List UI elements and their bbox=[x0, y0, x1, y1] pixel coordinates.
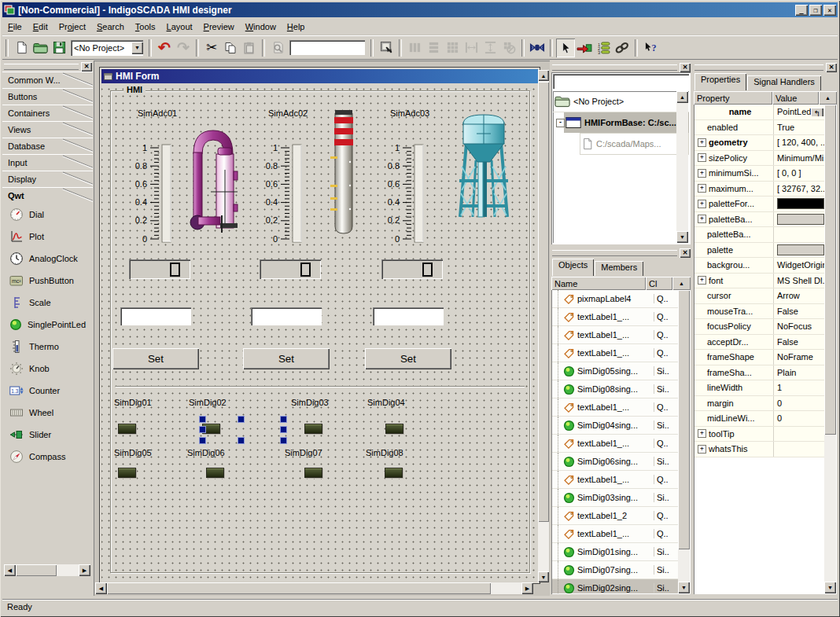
break-layout-button[interactable] bbox=[499, 39, 518, 57]
widget-item-plot[interactable]: Plot bbox=[2, 226, 93, 248]
scale-widget[interactable]: 10.80.60.40.20 bbox=[130, 143, 174, 247]
cut-button[interactable]: ✂ bbox=[202, 39, 221, 57]
property-row-palette[interactable]: palette bbox=[694, 243, 824, 259]
widget-item-counter[interactable]: 1.3Counter bbox=[2, 380, 93, 402]
property-row-sizepolicy[interactable]: +sizePolicyMinimum/Mi... bbox=[694, 151, 824, 167]
column-name[interactable]: Name bbox=[551, 277, 646, 290]
scroll-right-icon[interactable]: ▶ bbox=[521, 582, 533, 594]
scroll-thumb[interactable] bbox=[538, 82, 549, 522]
tab-order-button[interactable]: 123 bbox=[594, 39, 613, 57]
category-containers[interactable]: Containers bbox=[2, 105, 93, 121]
value-input[interactable] bbox=[373, 307, 444, 325]
selection-handle[interactable] bbox=[280, 437, 287, 444]
category-common-w---[interactable]: Common W... bbox=[2, 72, 93, 88]
scroll-up-icon[interactable]: ▲ bbox=[676, 91, 688, 103]
scroll-right-icon[interactable]: ▶ bbox=[79, 564, 90, 576]
properties-vscrollbar[interactable]: ▼ bbox=[824, 105, 836, 593]
menu-layout[interactable]: Layout bbox=[161, 20, 198, 34]
connect-signals-button[interactable] bbox=[575, 39, 594, 57]
expand-icon[interactable]: + bbox=[698, 429, 706, 438]
value-input[interactable] bbox=[251, 307, 322, 325]
selection-handle[interactable] bbox=[199, 437, 206, 444]
category-qwt-active[interactable]: Qwt bbox=[2, 187, 93, 204]
led-simdig08[interactable] bbox=[385, 468, 403, 478]
save-button[interactable] bbox=[50, 39, 68, 57]
widget-item-pushbutton[interactable]: mc²PushButton bbox=[2, 270, 93, 292]
property-row-mousetra[interactable]: mouseTra...False bbox=[694, 304, 824, 320]
property-row-geometry[interactable]: +geometry[ 120, 400, ... bbox=[694, 135, 824, 151]
menu-tools[interactable]: Tools bbox=[130, 20, 161, 34]
whats-this-button[interactable]: ? bbox=[641, 39, 660, 57]
led-simdig07[interactable] bbox=[304, 468, 322, 478]
object-row-simdig07sing[interactable]: SimDig07sing...Si.. bbox=[552, 561, 678, 579]
color-swatch[interactable] bbox=[777, 214, 824, 225]
dock-grip[interactable] bbox=[694, 64, 823, 71]
color-swatch[interactable] bbox=[777, 244, 824, 255]
scroll-up-icon[interactable]: ▲ bbox=[538, 70, 549, 81]
tab-members[interactable]: Members bbox=[595, 261, 643, 276]
property-row-midlinewi[interactable]: midLineWi...0 bbox=[694, 411, 824, 427]
property-row-frameshape[interactable]: frameShapeNoFrame bbox=[694, 350, 824, 365]
restore-button[interactable]: ❐ bbox=[809, 5, 822, 16]
column-class[interactable]: Cl bbox=[646, 277, 672, 290]
scroll-down-icon[interactable]: ▼ bbox=[824, 582, 836, 593]
widget-item-wheel[interactable]: Wheel bbox=[2, 402, 93, 424]
widget-item-dial[interactable]: Dial bbox=[2, 204, 93, 226]
selection-handle[interactable] bbox=[238, 416, 245, 423]
led-simdig03[interactable] bbox=[304, 424, 322, 434]
category-input[interactable]: Input bbox=[2, 154, 93, 171]
scroll-thumb[interactable] bbox=[16, 564, 57, 576]
object-row-textlabel1[interactable]: textLabel1_...Q.. bbox=[552, 344, 678, 362]
wizard-button[interactable] bbox=[528, 39, 547, 57]
pointer-tool-button[interactable] bbox=[556, 39, 575, 57]
scroll-thumb[interactable] bbox=[678, 290, 690, 549]
set-button[interactable]: Set bbox=[243, 348, 330, 369]
tree-vscrollbar[interactable]: ▲ ▼ bbox=[676, 91, 688, 243]
object-row-simdig06sing[interactable]: SimDig06sing...Si.. bbox=[552, 453, 678, 471]
panel-close-icon[interactable]: ✕ bbox=[680, 248, 691, 258]
value-input[interactable] bbox=[120, 307, 191, 325]
expand-icon[interactable]: + bbox=[698, 153, 706, 162]
led-simdig06[interactable] bbox=[206, 468, 224, 478]
collapse-icon[interactable]: - bbox=[556, 119, 565, 127]
object-row-textlabel1[interactable]: textLabel1_...Q.. bbox=[552, 471, 678, 489]
scroll-thumb[interactable] bbox=[107, 582, 491, 594]
expand-icon[interactable]: + bbox=[698, 184, 706, 193]
expand-icon[interactable]: + bbox=[698, 169, 706, 178]
object-row-simdig04sing[interactable]: SimDig04sing...Si.. bbox=[552, 417, 678, 435]
property-row-focuspolicy[interactable]: focusPolicyNoFocus bbox=[694, 319, 824, 335]
set-button[interactable]: Set bbox=[365, 348, 451, 369]
property-row-paletteba[interactable]: +paletteBa... bbox=[694, 212, 824, 228]
dock-grip[interactable] bbox=[552, 64, 677, 71]
dock-grip[interactable] bbox=[552, 250, 677, 256]
connections-button[interactable] bbox=[613, 39, 632, 57]
column-value[interactable]: Value bbox=[772, 91, 819, 105]
new-file-button[interactable] bbox=[12, 39, 31, 57]
find-button[interactable] bbox=[268, 39, 287, 57]
tree-node-file[interactable]: C:/scada/Maps... bbox=[580, 133, 689, 155]
property-row-maximum[interactable]: +maximum...[ 32767, 32... bbox=[694, 182, 824, 197]
widget-item-compass[interactable]: Compass bbox=[2, 446, 93, 468]
menu-preview[interactable]: Preview bbox=[198, 20, 240, 34]
object-row-textlabel12[interactable]: textLabel1_2Q.. bbox=[552, 507, 678, 525]
selection-handle[interactable] bbox=[238, 437, 245, 444]
widget-item-thermo[interactable]: Thermo bbox=[2, 336, 93, 358]
object-row-textlabel1[interactable]: textLabel1_...Q.. bbox=[552, 308, 678, 326]
scroll-up-icon[interactable]: ▲ bbox=[672, 277, 691, 290]
widget-item-scale[interactable]: Scale bbox=[2, 292, 93, 314]
expand-icon[interactable]: + bbox=[698, 215, 706, 223]
widget-item-analogclock[interactable]: AnalogClock bbox=[2, 248, 93, 270]
tab-properties[interactable]: Properties bbox=[694, 73, 746, 90]
form-canvas[interactable]: HMI SimAdc0110.80.60.40.20SetSimAdc0210.… bbox=[101, 83, 538, 582]
object-row-textlabel1[interactable]: textLabel1_...Q.. bbox=[552, 398, 678, 417]
property-row-palettefor[interactable]: +paletteFor... bbox=[694, 196, 824, 212]
object-row-textlabel1[interactable]: textLabel1_...Q.. bbox=[552, 525, 678, 543]
category-database[interactable]: Database bbox=[2, 138, 93, 154]
layout-vertical-button[interactable] bbox=[405, 39, 424, 57]
property-row-linewidth[interactable]: lineWidth1 bbox=[694, 380, 824, 396]
scale-widget[interactable]: 10.80.60.40.20 bbox=[260, 143, 304, 247]
redo-button[interactable]: ↷ bbox=[174, 39, 193, 57]
menu-file[interactable]: File bbox=[2, 20, 28, 34]
color-swatch[interactable] bbox=[777, 198, 824, 209]
object-row-simdig08sing[interactable]: SimDig08sing...Si.. bbox=[552, 380, 678, 398]
